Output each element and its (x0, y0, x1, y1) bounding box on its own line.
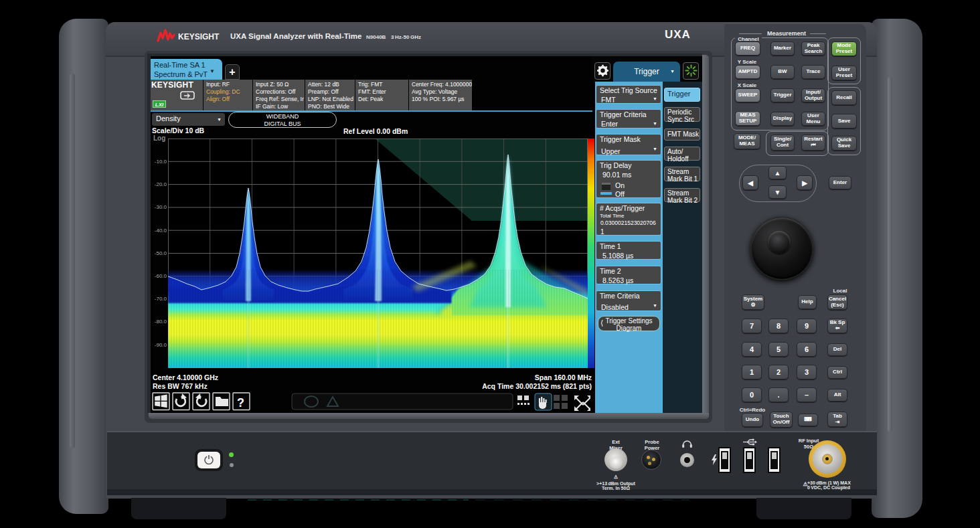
svg-text:?: ? (237, 396, 244, 410)
